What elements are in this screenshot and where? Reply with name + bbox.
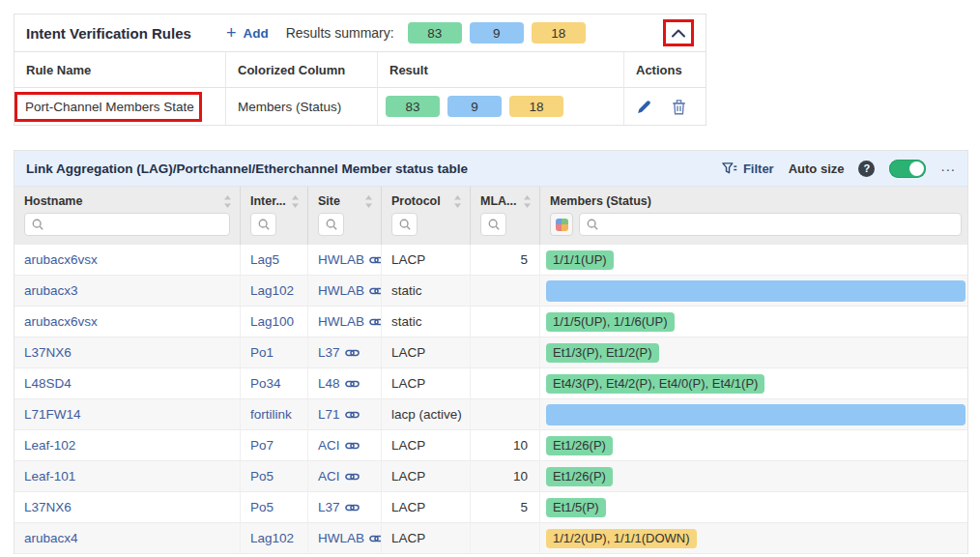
annotation-highlight-collapse <box>663 19 694 46</box>
hostname-link[interactable]: L48SD4 <box>24 376 72 391</box>
hostname-link[interactable]: arubacx6vsx <box>24 314 98 329</box>
rules-col-actions: Actions <box>623 52 706 88</box>
site-link[interactable]: HWLAB <box>318 314 364 329</box>
interface-link[interactable]: Po5 <box>250 469 274 484</box>
interface-link[interactable]: Po1 <box>250 345 274 360</box>
filter-button[interactable]: Filter <box>722 161 774 176</box>
interface-cell: Po7 <box>241 430 308 461</box>
hostname-link[interactable]: arubacx3 <box>24 283 78 298</box>
rule-name-text[interactable]: Port-Channel Members State <box>25 100 194 114</box>
site-filter-cell <box>308 212 382 245</box>
hostname-cell: L71FW14 <box>14 399 241 430</box>
link-icon <box>369 317 382 327</box>
panel-title: Intent Verification Rules <box>26 25 191 42</box>
protocol-search-button[interactable] <box>391 213 418 236</box>
interface-cell: Lag5 <box>241 245 308 276</box>
add-rule-button[interactable]: + Add <box>226 24 269 42</box>
mlag-filter-cell <box>471 212 540 245</box>
sort-icon[interactable] <box>453 195 462 208</box>
members-badge: 1/1/2(UP), 1/1/1(DOWN) <box>546 529 697 548</box>
mlag-search-button[interactable] <box>480 213 506 236</box>
site-link[interactable]: HWLAB <box>318 252 364 267</box>
hostname-search-input[interactable] <box>24 213 230 236</box>
edit-rule-button[interactable] <box>636 99 652 115</box>
members-badge: Et1/3(P), Et1/2(P) <box>546 343 659 363</box>
hostname-filter-cell <box>14 212 241 245</box>
col-hostname[interactable]: Hostname <box>14 187 241 212</box>
col-mlag[interactable]: MLA... <box>471 187 540 212</box>
rules-col-result: Result <box>377 52 623 88</box>
search-icon <box>258 219 270 230</box>
site-link[interactable]: HWLAB <box>318 283 364 298</box>
members-badge: Et1/26(P) <box>546 436 613 455</box>
delete-rule-button[interactable] <box>672 99 686 115</box>
hostname-link[interactable]: Leaf-102 <box>24 438 75 453</box>
more-options-icon[interactable]: ... <box>940 159 956 179</box>
members-filter-cell <box>540 212 967 245</box>
col-members-status: Members (Status) <box>540 187 967 212</box>
rule-name-cell: Port-Channel Members State <box>14 88 225 125</box>
chevron-up-icon[interactable] <box>671 28 686 38</box>
mlag-cell <box>471 307 540 337</box>
interface-cell: Po5 <box>241 461 308 492</box>
link-icon <box>345 503 360 513</box>
interfaces-search-button[interactable] <box>250 213 276 236</box>
interface-link[interactable]: fortilink <box>250 407 292 422</box>
lag-panel-title: Link Aggregation (LAG)/Portchannel/Ether… <box>26 161 468 176</box>
interface-link[interactable]: Lag102 <box>250 531 294 545</box>
mlag-cell: 10 <box>471 430 540 461</box>
site-link[interactable]: HWLAB <box>318 531 364 545</box>
autosize-toggle[interactable] <box>889 160 926 178</box>
table-row: arubacx6vsxLag100HWLABstatic1/1/5(UP), 1… <box>14 307 967 337</box>
site-link[interactable]: L48 <box>318 376 340 391</box>
site-link[interactable]: ACI <box>318 438 340 453</box>
table-row: L37NX6Po1L37LACPEt1/3(P), Et1/2(P) <box>14 337 967 368</box>
protocol-cell: static <box>382 307 471 337</box>
site-link[interactable]: L37 <box>318 500 340 514</box>
interface-link[interactable]: Po7 <box>250 438 274 453</box>
members-cell: Et1/26(P) <box>540 430 967 461</box>
interface-link[interactable]: Po5 <box>250 500 274 514</box>
help-icon[interactable]: ? <box>858 161 875 177</box>
site-link[interactable]: L37 <box>318 345 340 360</box>
site-cell: L37 <box>308 337 382 368</box>
hostname-link[interactable]: arubacx4 <box>24 531 78 545</box>
interface-link[interactable]: Lag102 <box>250 283 294 298</box>
interface-cell: Po5 <box>241 492 308 523</box>
lag-table-body: arubacx6vsxLag5HWLABLACP51/1/1(UP)arubac… <box>14 245 967 554</box>
add-button-label: Add <box>243 26 268 41</box>
members-search-input[interactable] <box>579 213 962 236</box>
rules-table: Rule Name Colorized Column Result Action… <box>14 51 706 125</box>
hostname-link[interactable]: arubacx6vsx <box>24 252 98 267</box>
colorize-icon <box>556 219 568 231</box>
hostname-link[interactable]: L71FW14 <box>24 407 81 422</box>
sort-icon[interactable] <box>291 195 300 208</box>
members-badge: Et4/3(P), Et4/2(P), Et4/0(P), Et4/1(P) <box>546 374 764 394</box>
interface-link[interactable]: Po34 <box>250 376 281 391</box>
col-interfaces[interactable]: Inter... <box>241 187 308 212</box>
mlag-cell <box>471 276 540 307</box>
hostname-link[interactable]: Leaf-101 <box>24 469 75 484</box>
lag-member-status-panel: Link Aggregation (LAG)/Portchannel/Ether… <box>14 150 968 554</box>
sort-icon[interactable] <box>523 195 532 208</box>
interface-link[interactable]: Lag5 <box>250 252 279 267</box>
interface-link[interactable]: Lag100 <box>250 314 294 329</box>
sort-icon[interactable] <box>223 195 232 208</box>
hostname-link[interactable]: L37NX6 <box>24 345 72 360</box>
col-protocol[interactable]: Protocol <box>382 187 471 212</box>
table-row: L48SD4Po34L48LACPEt4/3(P), Et4/2(P), Et4… <box>14 368 967 399</box>
hostname-link[interactable]: L37NX6 <box>24 500 72 514</box>
mlag-cell <box>471 399 540 430</box>
members-cell: 1/1/1(UP) <box>540 245 967 276</box>
site-link[interactable]: L71 <box>318 407 340 422</box>
autosize-label: Auto size <box>789 161 845 176</box>
sort-icon[interactable] <box>364 195 373 208</box>
interface-cell: Po1 <box>241 337 308 368</box>
col-site[interactable]: Site <box>308 187 382 212</box>
members-badge: 1/1/1(UP) <box>546 250 614 270</box>
protocol-cell: LACP <box>382 368 471 399</box>
colorize-button[interactable] <box>550 213 573 236</box>
site-search-button[interactable] <box>318 213 344 236</box>
annotation-highlight-rule-name: Port-Channel Members State <box>14 92 202 122</box>
site-link[interactable]: ACI <box>318 469 340 484</box>
